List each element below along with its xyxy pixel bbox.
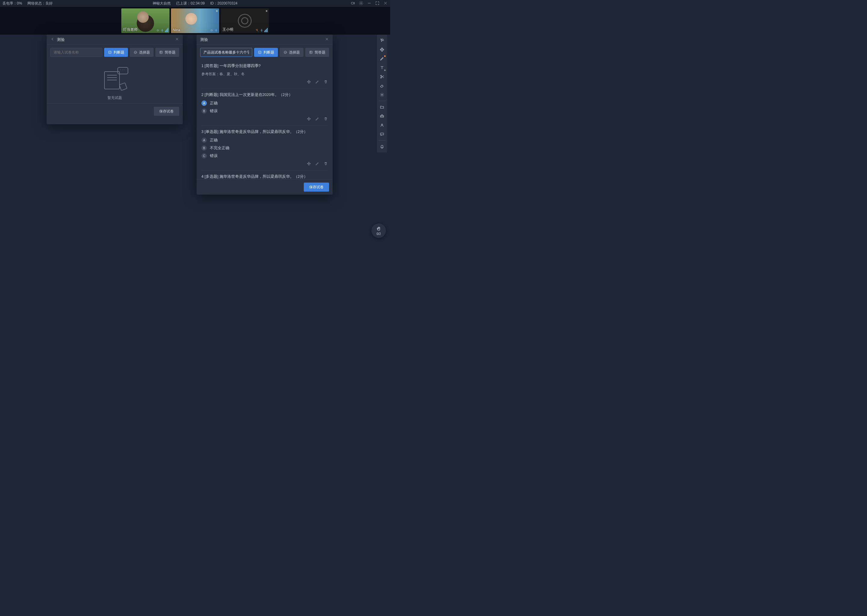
session-id: ID：2020070324 <box>210 1 238 6</box>
text-tool-icon[interactable] <box>378 63 386 72</box>
question-list[interactable]: 1 [简答题] 一年四季分别是哪四季? 参考答案：春、夏、秋、冬 2 [判断题]… <box>197 60 333 179</box>
edit-question-icon[interactable] <box>315 117 319 122</box>
camera-off-icon <box>238 14 252 28</box>
add-judge-button[interactable]: 判断题 <box>254 48 278 57</box>
svg-rect-5 <box>216 29 216 31</box>
question-title: 4 [多选题] 施华洛世奇是反华品牌，所以梁鼎琪反华。（2分） <box>202 174 328 179</box>
network-status-label: 网络状态：良好 <box>27 1 53 6</box>
hand-icon <box>376 226 381 232</box>
svg-rect-0 <box>351 2 354 4</box>
save-quiz-button[interactable]: 保存试卷 <box>154 107 179 116</box>
empty-text: 暂无试题 <box>107 95 122 101</box>
panel-title: 测验 <box>57 37 175 42</box>
brightness-tool-icon[interactable] <box>378 91 386 99</box>
delete-question-icon[interactable] <box>324 80 328 85</box>
toolbox-icon[interactable] <box>378 112 386 120</box>
course-title: 神秘大自然 <box>153 1 171 6</box>
add-shortanswer-button[interactable]: 简答题 <box>155 48 179 57</box>
bell-icon[interactable] <box>378 142 386 151</box>
video-close-icon[interactable]: × <box>265 9 268 13</box>
question-item: 4 [多选题] 施华洛世奇是反华品牌，所以梁鼎琪反华。（2分） A是的B不完全正… <box>202 171 328 179</box>
add-choice-button[interactable]: 选择题 <box>280 48 303 57</box>
question-option[interactable]: B错误 <box>202 108 328 114</box>
question-item: 2 [判断题] 我国宪法上一次更新是在2020年。（2分） A正确B错误 <box>202 89 328 126</box>
panel-title: 测验 <box>200 37 325 42</box>
save-quiz-button[interactable]: 保存试卷 <box>304 182 329 192</box>
quiz-name-input[interactable] <box>50 48 102 57</box>
option-text: 正确 <box>210 101 218 106</box>
question-item: 3 [单选题] 施华洛世奇是反华品牌，所以梁鼎琪反华。（2分） A正确B不完全正… <box>202 126 328 171</box>
svg-rect-7 <box>261 29 262 31</box>
question-title: 1 [简答题] 一年四季分别是哪四季? <box>202 63 328 69</box>
video-close-icon[interactable]: × <box>216 9 218 13</box>
hand-count: 0/2 <box>377 232 381 236</box>
empty-illustration-icon <box>101 67 128 91</box>
add-choice-button[interactable]: 选择题 <box>130 48 153 57</box>
quiz-name-input[interactable] <box>200 48 252 57</box>
question-option[interactable]: C错误 <box>202 153 328 159</box>
webcam-icon <box>210 28 213 32</box>
video-tile-teacher[interactable]: 叮当老师 <box>121 8 169 33</box>
raise-hand-fab[interactable]: 0/2 <box>372 223 386 238</box>
option-text: 正确 <box>210 138 218 143</box>
question-option[interactable]: A正确 <box>202 101 328 106</box>
mic-icon <box>260 28 263 32</box>
question-answer: 参考答案：春、夏、秋、冬 <box>202 72 328 77</box>
question-title: 2 [判断题] 我国宪法上一次更新是在2020年。（2分） <box>202 92 328 97</box>
move-question-icon[interactable] <box>307 162 311 167</box>
video-strip: 叮当老师 × Nina × 王小明 <box>0 7 390 35</box>
empty-state: 暂无试题 <box>47 60 183 104</box>
user-icon[interactable] <box>378 121 386 129</box>
add-shortanswer-button[interactable]: 简答题 <box>305 48 329 57</box>
svg-rect-3 <box>162 29 162 31</box>
edit-question-icon[interactable] <box>315 80 319 85</box>
quiz-panel-empty: 测验 判断题 选择题 简答题 暂无试题 保存试卷 <box>47 35 183 124</box>
cursor-tool-icon[interactable] <box>378 36 386 45</box>
option-bullet: C <box>202 153 207 159</box>
scissors-tool-icon[interactable] <box>378 72 386 81</box>
video-tile-student-1[interactable]: × Nina <box>171 8 219 33</box>
pen-tool-icon[interactable] <box>378 55 386 63</box>
video-name: 王小明 <box>222 27 233 32</box>
video-name: 叮当老师 <box>123 27 137 32</box>
quiz-panel-editor: 测验 判断题 选择题 简答题 1 [简答题] 一年四季分别是哪四季? 参考答案：… <box>197 35 333 195</box>
minimize-icon[interactable] <box>367 1 372 6</box>
edit-question-icon[interactable] <box>315 162 319 167</box>
option-bullet: A <box>202 101 207 106</box>
option-bullet: A <box>202 137 207 143</box>
camera-toggle-icon[interactable] <box>351 1 355 6</box>
svg-point-16 <box>381 94 383 95</box>
move-question-icon[interactable] <box>307 80 311 85</box>
title-bar: 丢包率：0% 网络状态：良好 神秘大自然 已上课：02:34:09 ID：202… <box>0 0 390 7</box>
question-option[interactable]: B不完全正确 <box>202 145 328 151</box>
question-item: 1 [简答题] 一年四季分别是哪四季? 参考答案：春、夏、秋、冬 <box>202 60 328 89</box>
signal-icon <box>165 28 168 32</box>
svg-point-1 <box>361 2 362 4</box>
svg-point-2 <box>157 30 159 31</box>
video-name: Nina <box>173 28 180 32</box>
eraser-tool-icon[interactable] <box>378 82 386 90</box>
close-icon[interactable] <box>175 37 179 42</box>
move-question-icon[interactable] <box>307 117 311 122</box>
close-icon[interactable] <box>325 37 329 42</box>
signal-icon <box>264 28 268 32</box>
folder-icon[interactable] <box>378 103 386 111</box>
video-tile-student-2[interactable]: × 王小明 <box>221 8 269 33</box>
delete-question-icon[interactable] <box>324 162 328 167</box>
add-judge-button[interactable]: 判断题 <box>104 48 128 57</box>
question-option[interactable]: A正确 <box>202 137 328 143</box>
settings-icon[interactable] <box>359 1 363 6</box>
delete-question-icon[interactable] <box>324 117 328 122</box>
close-window-icon[interactable] <box>383 1 388 6</box>
chat-icon[interactable] <box>378 130 386 138</box>
back-icon[interactable] <box>50 37 55 42</box>
maximize-icon[interactable] <box>375 1 380 6</box>
elapsed-time: 已上课：02:34:09 <box>176 1 205 6</box>
tool-rail <box>377 35 387 152</box>
question-title: 3 [单选题] 施华洛世奇是反华品牌，所以梁鼎琪反华。（2分） <box>202 129 328 134</box>
option-text: 错误 <box>210 153 218 159</box>
move-tool-icon[interactable] <box>378 46 386 54</box>
mic-muted-icon <box>255 28 259 32</box>
svg-point-18 <box>381 124 383 125</box>
option-text: 不完全正确 <box>210 146 229 151</box>
